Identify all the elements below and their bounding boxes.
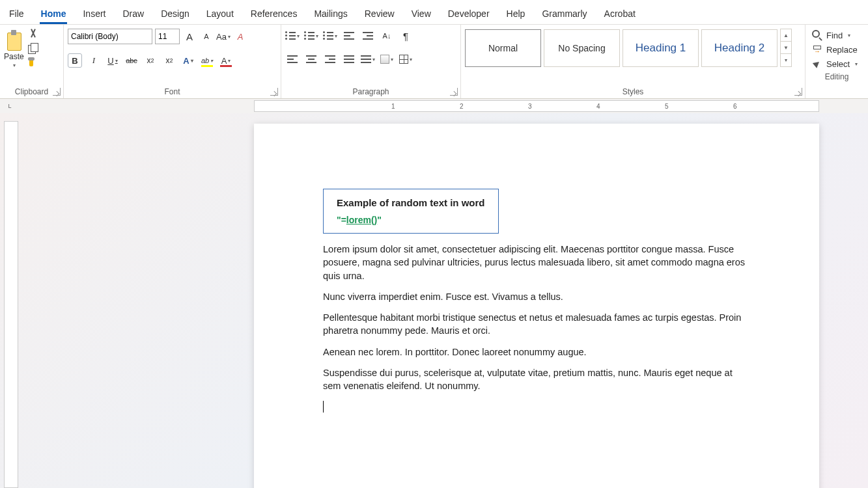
menu-review[interactable]: Review — [363, 5, 396, 24]
title-box-formula: "=lorem()" — [337, 215, 485, 225]
ruler-mark-2: 2 — [460, 103, 464, 110]
decrease-indent-button[interactable] — [342, 29, 356, 43]
body-paragraph-1: Lorem ipsum dolor sit amet, consectetuer… — [323, 243, 746, 282]
menu-acrobat[interactable]: Acrobat — [603, 5, 637, 24]
shrink-font-button[interactable]: A — [199, 29, 214, 44]
style-heading-2[interactable]: Heading 2 — [701, 29, 777, 67]
ruler-mark-3: 3 — [528, 103, 532, 110]
replace-button[interactable]: Replace — [812, 44, 861, 55]
menu-view[interactable]: View — [410, 5, 432, 24]
styles-scroll-up[interactable]: ▲ — [781, 29, 791, 42]
menu-design[interactable]: Design — [160, 5, 191, 24]
subscript-button[interactable]: x2 — [143, 53, 158, 68]
style-no-spacing[interactable]: No Spacing — [544, 29, 620, 67]
title-box: Example of random text in word "=lorem()… — [323, 189, 499, 234]
show-marks-button[interactable]: ¶ — [399, 29, 413, 43]
ruler-tab-selector[interactable]: L — [0, 99, 20, 113]
shading-button[interactable]: ▾ — [380, 52, 394, 66]
increase-indent-button[interactable] — [361, 29, 375, 43]
styles-group-title: Styles — [465, 85, 801, 98]
menu-draw[interactable]: Draw — [121, 5, 145, 24]
highlight-button[interactable]: ab▾ — [200, 53, 214, 68]
select-icon — [812, 59, 822, 69]
find-icon — [812, 30, 822, 40]
find-button[interactable]: Find▾ — [812, 30, 861, 40]
clear-formatting-button[interactable]: A — [233, 29, 247, 44]
body-paragraph-3: Pellentesque habitant morbi tristique se… — [323, 311, 746, 338]
line-spacing-button[interactable]: ▾ — [361, 52, 375, 66]
menu-references[interactable]: References — [249, 5, 299, 24]
page[interactable]: Example of random text in word "=lorem()… — [254, 124, 819, 488]
menu-file[interactable]: File — [8, 5, 25, 24]
paste-dropdown[interactable]: ▾ — [13, 62, 16, 68]
borders-button[interactable]: ▾ — [399, 52, 413, 66]
paste-icon — [5, 29, 23, 51]
styles-scroll: ▲ ▼ ▾ — [780, 29, 792, 67]
menu-developer[interactable]: Developer — [447, 5, 491, 24]
select-button[interactable]: Select▾ — [812, 59, 861, 69]
paragraph-launcher[interactable] — [450, 88, 458, 96]
ruler-mark-6: 6 — [733, 103, 737, 110]
menu-bar: File Home Insert Draw Design Layout Refe… — [0, 0, 868, 25]
styles-scroll-down[interactable]: ▼ — [781, 42, 791, 54]
underline-button[interactable]: U▾ — [105, 53, 120, 68]
menu-mailings[interactable]: Mailings — [313, 5, 348, 24]
ruler-mark-5: 5 — [665, 103, 669, 110]
paragraph-group-title: Paragraph — [285, 85, 456, 98]
copy-icon[interactable] — [28, 43, 38, 53]
font-group-title: Font — [68, 85, 277, 98]
bullets-button[interactable]: ▾ — [285, 29, 300, 43]
workspace: Example of random text in word "=lorem()… — [0, 113, 868, 488]
styles-launcher[interactable] — [794, 88, 802, 96]
menu-help[interactable]: Help — [505, 5, 527, 24]
change-case-button[interactable]: Aa▾ — [216, 29, 231, 44]
ruler-mark-1: 1 — [391, 103, 395, 110]
paste-button[interactable]: Paste — [4, 52, 24, 61]
editing-group-title: Editing — [809, 70, 864, 83]
italic-button[interactable]: I — [87, 53, 101, 68]
align-left-button[interactable] — [285, 52, 300, 66]
align-center-button[interactable] — [304, 52, 318, 66]
menu-layout[interactable]: Layout — [205, 5, 235, 24]
numbering-button[interactable]: ▾ — [304, 29, 318, 43]
font-size-input[interactable] — [155, 29, 180, 44]
styles-expand[interactable]: ▾ — [781, 54, 791, 66]
multilevel-list-button[interactable]: ▾ — [323, 29, 337, 43]
ribbon: Paste ▾ Clipboard A A Aa▾ A B — [0, 25, 868, 99]
menu-grammarly[interactable]: Grammarly — [540, 5, 588, 24]
font-name-input[interactable] — [68, 29, 152, 44]
document-area[interactable]: Example of random text in word "=lorem()… — [21, 113, 868, 488]
title-box-heading: Example of random text in word — [337, 197, 485, 208]
font-launcher[interactable] — [270, 88, 278, 96]
format-painter-icon[interactable] — [28, 57, 38, 68]
sort-button[interactable]: A↓ — [380, 29, 394, 43]
style-normal[interactable]: Normal — [465, 29, 541, 67]
align-right-button[interactable] — [323, 52, 337, 66]
text-effects-button[interactable]: A▾ — [181, 53, 195, 68]
strikethrough-button[interactable]: abc — [124, 53, 139, 68]
justify-button[interactable] — [342, 52, 356, 66]
bold-button[interactable]: B — [68, 53, 82, 68]
ruler-mark-4: 4 — [596, 103, 600, 110]
menu-home[interactable]: Home — [40, 5, 68, 24]
clipboard-group-title: Clipboard — [4, 85, 59, 98]
text-cursor — [323, 401, 324, 413]
horizontal-ruler[interactable]: 1 2 3 4 5 6 — [254, 100, 819, 112]
font-color-button[interactable]: A▾ — [219, 53, 233, 68]
grow-font-button[interactable]: A — [182, 29, 197, 44]
body-paragraph-5: Suspendisse dui purus, scelerisque at, v… — [323, 366, 746, 393]
superscript-button[interactable]: x2 — [162, 53, 176, 68]
vertical-ruler[interactable] — [4, 121, 18, 488]
ruler-area: L 1 2 3 4 5 6 — [0, 99, 868, 113]
style-heading-1[interactable]: Heading 1 — [623, 29, 699, 67]
clipboard-launcher[interactable] — [53, 88, 61, 96]
menu-insert[interactable]: Insert — [81, 5, 107, 24]
replace-icon — [812, 44, 822, 55]
body-paragraph-2: Nunc viverra imperdiet enim. Fusce est. … — [323, 290, 746, 303]
cut-icon[interactable] — [28, 29, 38, 39]
body-paragraph-4: Aenean nec lorem. In porttitor. Donec la… — [323, 346, 746, 359]
